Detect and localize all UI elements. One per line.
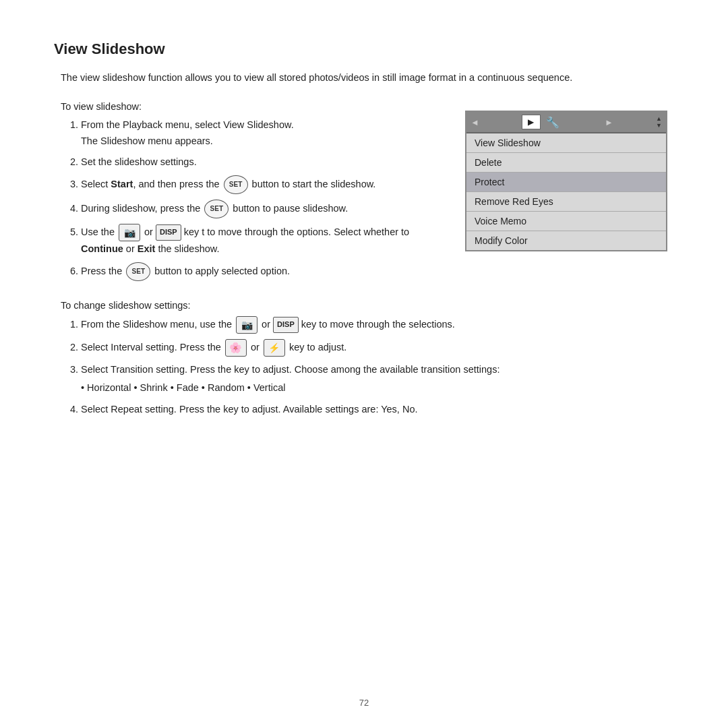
change-step-3-text: Select Transition setting. Press the key…: [81, 364, 499, 375]
step-5-text: Use the 📷 or DISP key t to move through …: [81, 226, 409, 254]
wrench-icon: 🔧: [543, 115, 562, 129]
right-column: ◄ ▶ 🔧 ► ▲ ▼ View Slideshow Delet: [465, 111, 674, 251]
menu-item-voice-memo[interactable]: Voice Memo: [466, 212, 666, 231]
step-2: Set the slideshow settings.: [81, 154, 452, 170]
step-2-text: Set the slideshow settings.: [81, 156, 197, 167]
nav-down-icon: ▼: [656, 123, 662, 129]
flower-icon: 🌸: [225, 339, 247, 357]
to-change-label: To change slideshow settings:: [61, 300, 674, 311]
change-step-1-text: From the Slideshow menu, use the 📷 or DI…: [81, 319, 455, 330]
disp-icon-1: DISP: [156, 224, 181, 241]
disp-icon-2: DISP: [273, 317, 299, 333]
step-3: Select Start, and then press the SET but…: [81, 175, 452, 194]
set-icon-3: SET: [126, 262, 150, 281]
set-icon-1: SET: [224, 175, 248, 194]
step-3-text: Select Start, and then press the SET but…: [81, 179, 375, 189]
intro-text: The view slideshow function allows you t…: [61, 70, 674, 85]
camera-menu: ◄ ▶ 🔧 ► ▲ ▼ View Slideshow Delet: [465, 111, 667, 251]
menu-item-modify-color[interactable]: Modify Color: [466, 231, 666, 250]
right-arrow-icon: ►: [605, 117, 613, 127]
camera-menu-header: ◄ ▶ 🔧 ► ▲ ▼: [466, 112, 666, 133]
menu-item-view-slideshow[interactable]: View Slideshow: [466, 133, 666, 153]
change-step-3: Select Transition setting. Press the key…: [81, 362, 674, 396]
menu-item-protect[interactable]: Protect: [466, 173, 666, 192]
nav-up-icon: ▲: [656, 116, 662, 122]
bullet-vertical: • Vertical: [247, 382, 286, 393]
bullet-horizontal: • Horizontal: [81, 382, 131, 393]
change-step-1: From the Slideshow menu, use the 📷 or DI…: [81, 316, 674, 334]
page: View Slideshow The view slideshow functi…: [0, 0, 728, 728]
menu-item-delete[interactable]: Delete: [466, 153, 666, 173]
bullet-shrink: • Shrink: [133, 382, 167, 393]
content-area: From the Playback menu, select View Slid…: [54, 117, 674, 288]
change-step-4-text: Select Repeat setting. Press the key to …: [81, 404, 417, 415]
left-column: From the Playback menu, select View Slid…: [54, 117, 452, 288]
play-icon: ▶: [522, 115, 541, 129]
camera-icon-2: 📷: [236, 316, 257, 334]
bullet-fade: • Fade: [171, 382, 199, 393]
page-title: View Slideshow: [54, 40, 674, 58]
step-4-text: During slideshow, press the SET button t…: [81, 203, 348, 214]
change-step-2-text: Select Interval setting. Press the 🌸 or …: [81, 342, 346, 353]
change-section: To change slideshow settings: From the S…: [54, 300, 674, 417]
menu-header-icons: ▶ 🔧: [522, 115, 562, 129]
left-arrow-icon: ◄: [471, 117, 479, 127]
step-5: Use the 📷 or DISP key t to move through …: [81, 224, 452, 257]
transition-bullets: • Horizontal • Shrink • Fade • Random • …: [81, 380, 674, 396]
change-step-4: Select Repeat setting. Press the key to …: [81, 402, 674, 417]
change-step-2: Select Interval setting. Press the 🌸 or …: [81, 339, 674, 357]
step-6-text: Press the SET button to apply selected o…: [81, 266, 290, 276]
bullet-random: • Random: [202, 382, 245, 393]
view-steps-list: From the Playback menu, select View Slid…: [74, 117, 452, 281]
change-steps-list: From the Slideshow menu, use the 📷 or DI…: [74, 316, 674, 417]
step-6: Press the SET button to apply selected o…: [81, 262, 452, 281]
lightning-icon: ⚡: [264, 339, 285, 357]
nav-arrows: ▲ ▼: [656, 116, 662, 129]
page-number: 72: [0, 698, 728, 708]
set-icon-2: SET: [204, 200, 229, 218]
step-1-text: From the Playback menu, select View Slid…: [81, 119, 294, 146]
step-4: During slideshow, press the SET button t…: [81, 200, 452, 218]
menu-item-remove-red-eyes[interactable]: Remove Red Eyes: [466, 192, 666, 212]
camera-icon-1: 📷: [119, 224, 140, 241]
step-1: From the Playback menu, select View Slid…: [81, 117, 452, 148]
